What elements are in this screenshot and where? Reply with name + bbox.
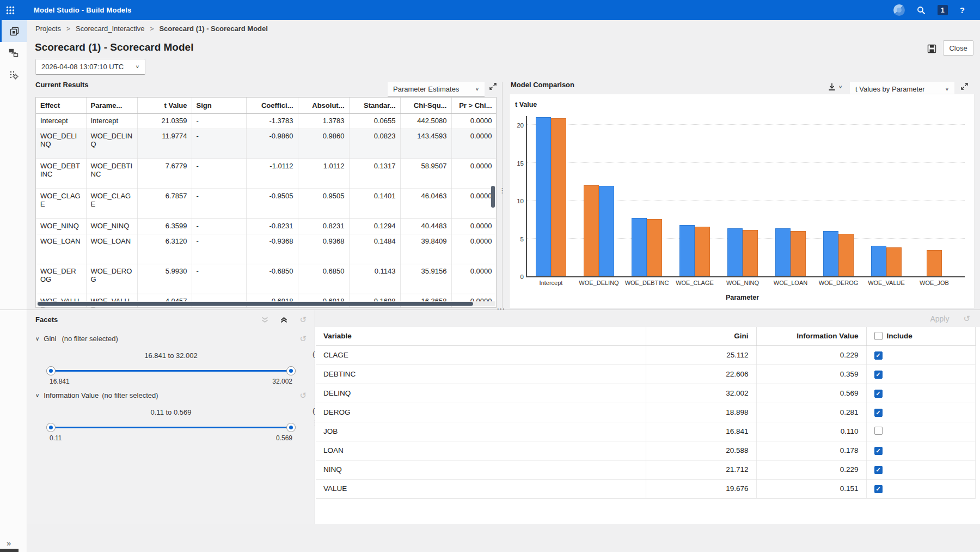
- bar-blue-WOE_NINQ[interactable]: [727, 228, 743, 276]
- variables-row[interactable]: NINQ21.7120.229✓: [316, 460, 975, 479]
- bar-orange-WOE_CLAGE[interactable]: [695, 227, 710, 276]
- reset-all-facets-icon[interactable]: ↺: [299, 316, 307, 324]
- include-checkbox[interactable]: [874, 427, 883, 435]
- iv-max-label: 0.569: [276, 434, 292, 442]
- include-checkbox[interactable]: ✓: [874, 409, 883, 417]
- bar-orange-Intercept[interactable]: [551, 118, 566, 277]
- param-col-header[interactable]: t Value: [137, 98, 192, 113]
- rail-results-icon[interactable]: [0, 20, 27, 42]
- param-col-header[interactable]: Sign: [192, 98, 246, 113]
- iv-min-handle[interactable]: [46, 423, 56, 432]
- table-row[interactable]: WOE_DEBTINCWOE_DEBTINC7.6779--1.01121.01…: [36, 159, 497, 189]
- param-col-header[interactable]: Coeffici...: [246, 98, 298, 113]
- table-cell: 0.6850: [298, 264, 349, 294]
- reset-variables-icon[interactable]: ↺: [963, 314, 970, 323]
- param-col-header[interactable]: Standar...: [349, 98, 400, 113]
- table-cell: 6.3120: [137, 234, 192, 264]
- variables-row[interactable]: VALUE19.6760.151✓: [316, 479, 975, 498]
- table-cell: 143.4593: [400, 129, 451, 159]
- bar-orange-WOE_NINQ[interactable]: [743, 230, 758, 276]
- variables-row[interactable]: LOAN20.5880.178✓: [316, 441, 975, 460]
- notification-badge[interactable]: 1: [938, 5, 948, 15]
- table-row[interactable]: WOE_NINQWOE_NINQ6.3599--0.82310.82310.12…: [36, 219, 497, 234]
- variables-row[interactable]: DELINQ32.0020.569✓: [316, 384, 975, 403]
- bar-blue-WOE_DEBTINC[interactable]: [632, 218, 647, 276]
- variables-col-gini[interactable]: Gini: [646, 327, 756, 345]
- filter-options-icon[interactable]: [261, 317, 268, 323]
- chevron-down-icon[interactable]: ∨: [35, 392, 39, 398]
- variables-row[interactable]: DEBTINC22.6060.359✓: [316, 365, 975, 384]
- chart-x-axis-title: Parameter: [510, 294, 975, 301]
- breadcrumb-project-name[interactable]: Scorecard_Interactive: [76, 25, 144, 33]
- include-checkbox[interactable]: ✓: [874, 466, 883, 474]
- run-timestamp-dropdown[interactable]: 2026-04-08 13:07:10 UTC ∨: [35, 59, 145, 75]
- rail-pipeline-icon[interactable]: [0, 42, 27, 64]
- table-cell: -: [192, 129, 246, 159]
- include-checkbox[interactable]: ✓: [874, 371, 883, 379]
- param-col-header[interactable]: Chi-Squ...: [400, 98, 451, 113]
- maximize-results-button[interactable]: [489, 83, 497, 90]
- table-row[interactable]: WOE_DEROGWOE_DEROG5.9930--0.68500.68500.…: [36, 264, 497, 294]
- model-comparison-title: Model Comparison: [511, 81, 574, 89]
- bar-orange-WOE_DEROG[interactable]: [838, 234, 854, 276]
- app-grid-icon[interactable]: [0, 0, 21, 20]
- bar-blue-Intercept[interactable]: [536, 117, 551, 276]
- bar-orange-WOE_DEBTINC[interactable]: [647, 219, 662, 276]
- gini-min-handle[interactable]: [46, 366, 56, 375]
- variables-col-variable[interactable]: Variable: [316, 327, 646, 345]
- table-cell: -0.9505: [246, 189, 298, 219]
- table-row[interactable]: WOE_CLAGEWOE_CLAGE6.7857--0.95050.95050.…: [36, 189, 497, 219]
- param-col-header[interactable]: Parame...: [86, 98, 137, 113]
- variables-col-iv[interactable]: Information Value: [756, 327, 866, 345]
- search-icon[interactable]: [917, 6, 926, 15]
- variables-row[interactable]: DEROG18.8980.281✓: [316, 403, 975, 422]
- table-row[interactable]: WOE_LOANWOE_LOAN6.3120--0.93680.93680.14…: [36, 234, 497, 264]
- table-row[interactable]: WOE_DELINQWOE_DELINQ11.9774--0.98600.986…: [36, 129, 497, 159]
- bar-blue-WOE_DELINQ[interactable]: [599, 186, 614, 276]
- top-panels-splitter: [502, 82, 503, 308]
- include-checkbox[interactable]: ✓: [874, 390, 883, 398]
- maximize-chart-button[interactable]: [961, 83, 968, 90]
- top-panels-splitter-handle[interactable]: ⋮: [499, 186, 506, 195]
- rail-data-icon[interactable]: [0, 64, 27, 86]
- iv-max-handle[interactable]: [286, 423, 296, 432]
- include-all-checkbox[interactable]: [874, 332, 883, 340]
- horizontal-scrollbar[interactable]: [38, 302, 473, 306]
- variables-row[interactable]: CLAGE25.1120.229✓: [316, 345, 975, 365]
- close-button[interactable]: Close: [943, 40, 973, 56]
- param-col-header[interactable]: Absolut...: [298, 98, 349, 113]
- collapse-all-icon[interactable]: [280, 316, 287, 323]
- variables-row[interactable]: JOB16.8410.110: [316, 422, 975, 441]
- bar-blue-WOE_LOAN[interactable]: [775, 228, 791, 276]
- apply-button[interactable]: Apply: [930, 314, 949, 323]
- include-checkbox[interactable]: ✓: [874, 485, 883, 493]
- param-col-header[interactable]: Pr > Chi...: [451, 98, 497, 113]
- table-row[interactable]: InterceptIntercept21.0359--1.37831.37830…: [36, 113, 497, 129]
- bar-blue-WOE_CLAGE[interactable]: [679, 225, 695, 276]
- vertical-scrollbar[interactable]: [491, 186, 495, 208]
- bar-orange-WOE_LOAN[interactable]: [791, 231, 806, 276]
- rail-expand-icon[interactable]: »: [7, 538, 11, 548]
- chevron-down-icon[interactable]: ∨: [35, 336, 39, 342]
- include-checkbox[interactable]: ✓: [874, 351, 883, 360]
- include-checkbox[interactable]: ✓: [874, 447, 883, 455]
- breadcrumb-projects[interactable]: Projects: [35, 25, 61, 33]
- chart-download-button[interactable]: ∨: [828, 83, 842, 91]
- table-cell: WOE_LOAN: [36, 234, 86, 264]
- information-value: 0.178: [756, 441, 866, 460]
- save-icon[interactable]: [926, 43, 938, 54]
- param-col-header[interactable]: Effect: [36, 98, 86, 113]
- reset-gini-facet-icon[interactable]: ↺: [299, 335, 307, 343]
- bar-orange-WOE_VALUE[interactable]: [886, 247, 902, 277]
- bar-orange-WOE_DELINQ[interactable]: [584, 185, 599, 276]
- help-icon[interactable]: ?: [960, 5, 965, 15]
- x-category-label: WOE_DELINQ: [573, 280, 625, 286]
- reset-iv-facet-icon[interactable]: ↺: [299, 391, 307, 399]
- bar-orange-WOE_JOB[interactable]: [927, 250, 942, 276]
- gini-value: 32.002: [646, 384, 756, 403]
- bar-blue-WOE_VALUE[interactable]: [871, 246, 886, 276]
- gini-max-handle[interactable]: [286, 366, 296, 375]
- y-tick-label: 20: [511, 122, 524, 129]
- results-view-select[interactable]: Parameter Estimates ∨: [388, 82, 485, 96]
- bar-blue-WOE_DEROG[interactable]: [823, 231, 838, 276]
